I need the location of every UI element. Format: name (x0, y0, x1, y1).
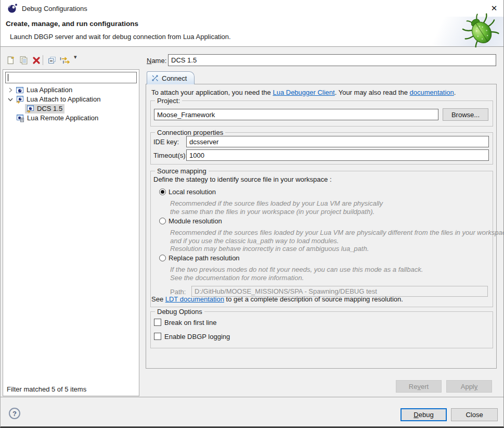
strategy-instruction: Define the stategy to identify source fi… (153, 175, 332, 183)
tree-item-lua-remote[interactable]: Lua Remote Application (16, 113, 98, 123)
configurations-panel: Lua Application Lua Attach to Applicatio… (3, 69, 139, 396)
documentation-link[interactable]: documentation (410, 89, 454, 96)
radio-replace-path-resolution[interactable] (159, 255, 166, 261)
module-resolution-desc: Recommended if the sources files loaded … (170, 229, 504, 236)
header-subtitle: Launch DBGP server and wait for debug co… (10, 33, 231, 41)
checkbox-break-on-first-line[interactable] (154, 319, 161, 326)
break-on-first-line-label: Break on first line (164, 319, 216, 326)
checkbox-enable-dbgp-logging[interactable] (154, 333, 161, 340)
filter-input[interactable] (5, 72, 137, 83)
path-label: Path: (170, 288, 186, 296)
local-resolution-desc: the same than the files in your workspac… (170, 208, 374, 216)
project-group: Project: Browse... (150, 100, 493, 127)
filter-menu-button[interactable]: ▾ (74, 54, 77, 60)
toolbar-separator (43, 55, 43, 65)
debug-options-group: Debug Options Break on first line Enable… (150, 311, 493, 348)
dialog-header: Create, manage, and run configurations L… (1, 17, 503, 47)
help-icon[interactable]: ? (9, 408, 20, 419)
tree-item-dcs-15[interactable]: DCS 1.5 (25, 104, 64, 114)
local-resolution-desc: Recommended if the source files loaded b… (170, 199, 383, 207)
lua-attach-icon (26, 105, 34, 113)
replace-path-desc: If the two previous modes do not fit you… (170, 266, 423, 273)
debug-button[interactable]: Debug (400, 408, 447, 421)
window-title: Debug Configurations (22, 5, 87, 12)
connection-properties-legend: Connection properties (155, 129, 225, 136)
radio-local-resolution[interactable] (159, 188, 166, 195)
lua-debugger-client-link[interactable]: Lua Debugger Client (273, 89, 334, 96)
see-ldt-text: See LDT documentation to get a complete … (151, 295, 403, 303)
module-resolution-desc: and if you use the classic lua_path way … (170, 237, 339, 245)
name-input[interactable] (168, 54, 496, 66)
ldt-documentation-link[interactable]: LDT documentation (165, 295, 224, 303)
connect-icon (151, 74, 159, 82)
radio-local-resolution-label: Local resolution (169, 188, 216, 196)
radio-module-resolution[interactable] (159, 218, 166, 224)
module-resolution-desc: Resolution may behave incorrectly in cas… (170, 245, 369, 253)
footer-separator (1, 397, 503, 397)
lua-application-icon (16, 86, 24, 94)
bug-icon (462, 13, 499, 47)
intro-text: To attach your application, you need the… (151, 89, 456, 96)
chevron-down-icon[interactable] (7, 96, 14, 103)
new-configuration-button[interactable] (5, 54, 17, 66)
name-label: Name: (147, 57, 166, 65)
delete-configuration-button[interactable] (30, 54, 42, 66)
lua-sphere-icon (7, 3, 18, 14)
lua-attach-icon (16, 95, 24, 104)
chevron-right-icon[interactable] (7, 87, 14, 93)
apply-button: Apply (446, 380, 492, 393)
filter-status: Filter matched 5 of 5 items (7, 385, 86, 393)
source-mapping-group: Source mapping Define the stategy to ide… (150, 171, 493, 307)
enable-dbgp-logging-label: Enable DBGP logging (164, 333, 230, 341)
filter-configurations-button[interactable] (58, 54, 72, 66)
replace-path-desc: See the documentation for more informati… (170, 274, 304, 282)
close-button[interactable]: Close (451, 408, 498, 421)
tree-item-label: DCS 1.5 (37, 105, 62, 112)
tree-item-label: Lua Application (27, 86, 72, 94)
tree-item-label: Lua Remote Application (27, 114, 98, 122)
tree-item-lua-application[interactable]: Lua Application (7, 85, 72, 95)
timeout-label: Timeout(s): (153, 152, 187, 159)
lua-remote-icon (16, 114, 24, 122)
source-mapping-legend: Source mapping (155, 167, 209, 175)
debug-configurations-dialog: Debug Configurations ✕ Create, manage, a… (0, 0, 504, 428)
text-cursor (8, 74, 8, 81)
collapse-all-button[interactable] (46, 54, 58, 66)
project-input[interactable] (154, 109, 438, 120)
timeout-input[interactable] (186, 149, 489, 161)
radio-module-resolution-label: Module resolution (169, 217, 222, 225)
revert-button: Revert (396, 380, 442, 393)
duplicate-configuration-button[interactable] (18, 54, 30, 66)
header-title: Create, manage, and run configurations (6, 20, 138, 28)
project-legend: Project: (155, 97, 182, 105)
tab-connect[interactable]: Connect (147, 71, 195, 84)
tab-label: Connect (162, 74, 187, 82)
title-bar: Debug Configurations ✕ (1, 0, 503, 17)
tree-item-lua-attach[interactable]: Lua Attach to Application (7, 94, 100, 104)
ide-key-input[interactable] (186, 136, 489, 147)
radio-replace-path-resolution-label: Replace path resolution (169, 254, 240, 262)
debug-options-legend: Debug Options (155, 308, 204, 316)
browse-button[interactable]: Browse... (443, 108, 488, 121)
ide-key-label: IDE key: (153, 138, 179, 146)
tree-item-label: Lua Attach to Application (27, 95, 100, 103)
connect-tab-panel: To attach your application, you need the… (146, 84, 497, 369)
tree-selection: DCS 1.5 (25, 104, 64, 114)
connection-properties-group: Connection properties IDE key: Timeout(s… (150, 132, 493, 165)
